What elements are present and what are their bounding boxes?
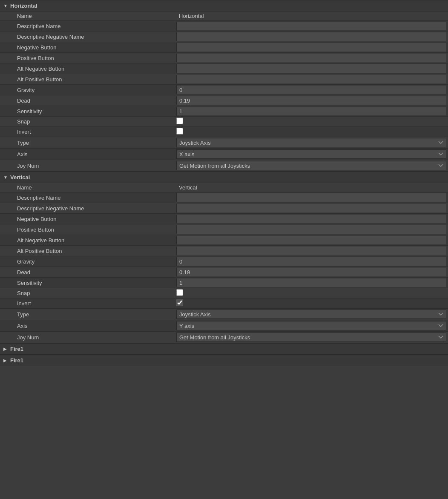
section-header-fire1[interactable]: ▶ Fire1 — [0, 355, 448, 366]
section-header-fire1[interactable]: ▶ Fire1 — [0, 343, 448, 355]
field-label-invert: Invert — [0, 299, 175, 308]
field-label-descriptive-negative-name: Descriptive Negative Name — [0, 32, 175, 41]
field-row: Sensitivity — [0, 278, 448, 288]
field-value-name: Horizontal — [176, 12, 207, 20]
field-label-gravity: Gravity — [0, 86, 175, 95]
field-input-sensitivity[interactable] — [176, 278, 446, 287]
field-row: Dead — [0, 95, 448, 106]
field-row: Alt Negative Button — [0, 235, 448, 246]
field-label-dead: Dead — [0, 268, 175, 277]
field-row: Descriptive Name — [0, 21, 448, 32]
field-row: Snap — [0, 117, 448, 127]
field-input-descriptive-name[interactable] — [176, 22, 446, 30]
section-title: Fire1 — [10, 357, 23, 364]
field-label-alt-negative-button: Alt Negative Button — [0, 236, 175, 245]
field-label-sensitivity: Sensitivity — [0, 107, 175, 116]
field-input-sensitivity[interactable] — [176, 107, 446, 115]
field-row: NameVertical — [0, 183, 448, 192]
select-wrapper: Key or Mouse ButtonMouse MovementJoystic… — [176, 138, 446, 147]
field-select-type[interactable]: Key or Mouse ButtonMouse MovementJoystic… — [176, 138, 446, 147]
section-title: Horizontal — [10, 3, 37, 9]
field-row: Positive Button — [0, 224, 448, 235]
field-row: Negative Button — [0, 42, 448, 53]
field-row: TypeKey or Mouse ButtonMouse MovementJoy… — [0, 309, 448, 320]
field-input-negative-button[interactable] — [176, 43, 446, 52]
field-input-dead[interactable] — [176, 268, 446, 276]
field-checkbox-invert[interactable] — [176, 299, 183, 306]
field-row: Alt Positive Button — [0, 74, 448, 85]
field-label-snap: Snap — [0, 117, 175, 126]
inspector-panel: ▼ Horizontal NameHorizontalDescriptive N… — [0, 0, 448, 366]
field-label-positive-button: Positive Button — [0, 54, 175, 63]
field-value-name: Vertical — [176, 184, 200, 192]
field-row: Dead — [0, 267, 448, 278]
field-label-negative-button: Negative Button — [0, 215, 175, 224]
section-title: Vertical — [10, 174, 30, 181]
section-header-vertical[interactable]: ▼ Vertical — [0, 172, 448, 183]
field-input-negative-button[interactable] — [176, 215, 446, 223]
field-label-type: Type — [0, 138, 175, 147]
field-label-axis: Axis — [0, 150, 175, 159]
field-input-gravity[interactable] — [176, 257, 446, 266]
field-select-axis[interactable]: X axisY axis3rd axis4th axis — [176, 149, 446, 159]
field-label-invert: Invert — [0, 127, 175, 136]
field-label-descriptive-name: Descriptive Name — [0, 22, 175, 31]
field-checkbox-invert[interactable] — [176, 128, 183, 135]
field-select-axis[interactable]: X axisY axis3rd axis4th axis — [176, 321, 446, 330]
field-input-positive-button[interactable] — [176, 54, 446, 62]
triangle-icon: ▼ — [3, 175, 9, 180]
field-select-type[interactable]: Key or Mouse ButtonMouse MovementJoystic… — [176, 310, 446, 319]
field-row: Negative Button — [0, 214, 448, 224]
section-title: Fire1 — [10, 346, 23, 352]
triangle-icon: ▶ — [3, 347, 9, 352]
field-row: Positive Button — [0, 53, 448, 63]
field-label-positive-button: Positive Button — [0, 225, 175, 234]
field-checkbox-snap[interactable] — [176, 289, 183, 296]
field-input-dead[interactable] — [176, 96, 446, 105]
field-select-joy-num[interactable]: Get Motion from all JoysticksJoystick 1J… — [176, 161, 446, 170]
field-select-joy-num[interactable]: Get Motion from all JoysticksJoystick 1J… — [176, 333, 446, 342]
field-label-axis: Axis — [0, 321, 175, 330]
field-row: NameHorizontal — [0, 11, 448, 21]
section-content-vertical: NameVerticalDescriptive NameDescriptive … — [0, 183, 448, 343]
field-row: Alt Positive Button — [0, 246, 448, 256]
select-wrapper: X axisY axis3rd axis4th axis — [176, 149, 446, 159]
field-row: TypeKey or Mouse ButtonMouse MovementJoy… — [0, 137, 448, 149]
field-input-descriptive-negative-name[interactable] — [176, 32, 446, 41]
field-row: Invert — [0, 127, 448, 137]
field-row: AxisX axisY axis3rd axis4th axis — [0, 149, 448, 160]
field-input-descriptive-name[interactable] — [176, 193, 446, 202]
field-row: Gravity — [0, 256, 448, 267]
field-label-type: Type — [0, 310, 175, 319]
field-label-snap: Snap — [0, 289, 175, 298]
triangle-icon: ▶ — [3, 358, 9, 363]
field-input-alt-negative-button[interactable] — [176, 236, 446, 244]
field-label-gravity: Gravity — [0, 257, 175, 266]
field-label-sensitivity: Sensitivity — [0, 278, 175, 287]
field-input-gravity[interactable] — [176, 86, 446, 94]
field-row: Joy NumGet Motion from all JoysticksJoys… — [0, 160, 448, 172]
field-row: Gravity — [0, 85, 448, 95]
field-input-alt-positive-button[interactable] — [176, 75, 446, 83]
field-label-alt-negative-button: Alt Negative Button — [0, 64, 175, 73]
select-wrapper: Get Motion from all JoysticksJoystick 1J… — [176, 161, 446, 170]
field-input-descriptive-negative-name[interactable] — [176, 204, 446, 212]
field-label-alt-positive-button: Alt Positive Button — [0, 247, 175, 255]
section-content-horizontal: NameHorizontalDescriptive NameDescriptiv… — [0, 11, 448, 172]
field-label-descriptive-negative-name: Descriptive Negative Name — [0, 204, 175, 213]
select-wrapper: Get Motion from all JoysticksJoystick 1J… — [176, 333, 446, 342]
field-input-alt-positive-button[interactable] — [176, 247, 446, 255]
field-row: Sensitivity — [0, 106, 448, 117]
field-input-alt-negative-button[interactable] — [176, 64, 446, 73]
field-input-positive-button[interactable] — [176, 225, 446, 234]
field-row: Alt Negative Button — [0, 63, 448, 74]
field-label-dead: Dead — [0, 96, 175, 105]
field-row: Invert — [0, 298, 448, 309]
field-label-name: Name — [0, 11, 175, 20]
field-row: AxisX axisY axis3rd axis4th axis — [0, 320, 448, 332]
field-label-descriptive-name: Descriptive Name — [0, 193, 175, 202]
field-label-alt-positive-button: Alt Positive Button — [0, 75, 175, 84]
select-wrapper: X axisY axis3rd axis4th axis — [176, 321, 446, 330]
field-checkbox-snap[interactable] — [176, 118, 183, 124]
section-header-horizontal[interactable]: ▼ Horizontal — [0, 0, 448, 11]
